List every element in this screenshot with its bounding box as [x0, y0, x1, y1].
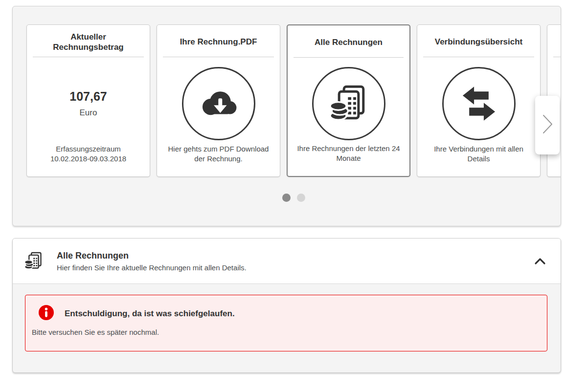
- card-verbindungsuebersicht[interactable]: Verbindungsübersicht Ihre Verbindungen m…: [417, 24, 541, 177]
- card-caption: Ihre Rechnungen der letzten 24 Monate: [288, 144, 409, 170]
- chevron-up-icon[interactable]: [534, 257, 546, 265]
- carousel-cards-row: Aktueller Rechnungsbetrag 107,67 Euro Er…: [26, 24, 561, 177]
- chevron-right-icon: [541, 114, 554, 136]
- invoices-coins-icon: [23, 250, 44, 272]
- pagination-dot-active[interactable]: [282, 194, 291, 202]
- error-alert-title: Entschuldigung, da ist was schiefgelaufe…: [65, 309, 235, 319]
- card-alle-rechnungen[interactable]: Alle Rechnungen: [287, 24, 410, 177]
- invoice-amount: 107,67: [69, 89, 107, 104]
- error-info-icon: [39, 305, 54, 322]
- card-caption: Erfassungszeitraum 10.02.2018-09.03.2018: [27, 144, 150, 171]
- transfer-arrows-icon: [442, 67, 516, 140]
- card-title: Alle Rechnungen: [288, 25, 409, 57]
- error-alert: Entschuldigung, da ist was schiefgelaufe…: [25, 295, 547, 351]
- card-caption: Ihre Verbindungen mit allen Details: [417, 144, 540, 171]
- error-alert-body: Bitte versuchen Sie es später nochmal.: [32, 328, 159, 336]
- invoices-coins-icon: [312, 67, 385, 140]
- card-rechnung-pdf[interactable]: Ihre Rechnung.PDF Hie: [157, 24, 280, 177]
- card-title: [547, 25, 561, 57]
- card-title: Verbindungsübersicht: [417, 25, 540, 57]
- card-caption: Hier gehts zum PDF Download der Rechnung…: [157, 144, 280, 171]
- accordion-title: Alle Rechnungen: [57, 251, 247, 261]
- carousel-next-button[interactable]: [535, 96, 560, 154]
- billing-carousel-panel: Aktueller Rechnungsbetrag 107,67 Euro Er…: [12, 6, 561, 226]
- card-title: Ihre Rechnung.PDF: [157, 25, 280, 57]
- invoice-currency: Euro: [69, 108, 107, 118]
- pagination-dot[interactable]: [297, 194, 305, 202]
- cloud-download-icon: [182, 67, 255, 140]
- invoice-amount-block: 107,67 Euro: [69, 89, 107, 118]
- carousel-pagination: [20, 194, 561, 202]
- alle-rechnungen-accordion: Alle Rechnungen Hier finden Sie Ihre akt…: [12, 238, 561, 373]
- accordion-subtitle: Hier finden Sie Ihre aktuelle Rechnungen…: [57, 263, 247, 272]
- card-aktueller-rechnungsbetrag[interactable]: Aktueller Rechnungsbetrag 107,67 Euro Er…: [26, 24, 150, 177]
- accordion-header[interactable]: Alle Rechnungen Hier finden Sie Ihre akt…: [13, 239, 561, 284]
- card-title: Aktueller Rechnungsbetrag: [27, 25, 150, 57]
